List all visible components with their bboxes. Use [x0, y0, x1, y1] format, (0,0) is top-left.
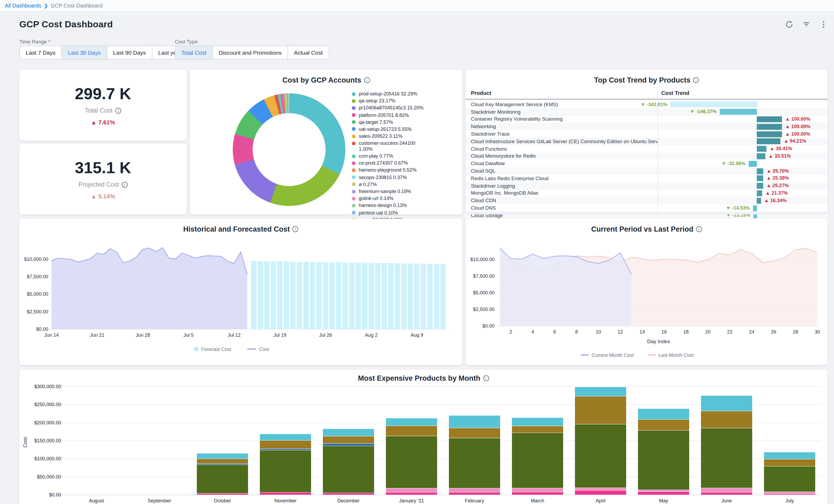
trend-percent: ▲ 16.34% [764, 198, 787, 203]
product-name: Cloud Dataflow [465, 161, 658, 167]
svg-text:Cost: Cost [22, 437, 28, 448]
svg-text:$100,000.00: $100,000.00 [34, 456, 61, 461]
product-name: MongoDB Inc. MongoDB Atlas [465, 191, 658, 196]
svg-text:May: May [659, 498, 668, 503]
svg-text:$2,500.00: $2,500.00 [27, 309, 48, 314]
stacked-chart-title: Most Expensive Products by Month i [19, 369, 828, 384]
svg-text:28: 28 [793, 329, 798, 334]
time-range-option-last-90-days[interactable]: Last 90 Days [107, 46, 153, 59]
trend-bar [757, 131, 782, 137]
header-actions [785, 20, 828, 28]
filter-icon[interactable] [803, 20, 810, 28]
svg-text:14: 14 [640, 329, 645, 334]
trend-percent: ▼ -146.37% [690, 109, 717, 114]
time-range-button-group: Last 7 DaysLast 30 DaysLast 90 DaysLast … [19, 46, 188, 60]
product-name: Cloud CDN [465, 198, 658, 203]
breadcrumb-link-all-dashboards[interactable]: All Dashboards [5, 3, 41, 8]
cost-type-option-actual-cost[interactable]: Actual Cost [288, 46, 329, 59]
legend-item-sales-209522[interactable]: sales-209522 3.11% [352, 133, 457, 139]
info-icon[interactable]: i [483, 375, 489, 381]
legend-item-secops-239815[interactable]: secops-239815 0.37% [352, 175, 457, 180]
legend-dot [352, 113, 356, 117]
column-header-product: Product [465, 90, 658, 98]
legend-item-platform-205701[interactable]: platform-205701 8.82% [352, 112, 457, 118]
info-icon[interactable]: i [693, 77, 699, 83]
svg-text:Jul 19: Jul 19 [273, 332, 286, 338]
legend-item-ce-prod-274307[interactable]: ce-prod-274307 0.67% [352, 160, 457, 166]
legend-dot [352, 204, 356, 207]
historical-forecast-chart[interactable]: $0.00$2,500.00$5,000.00$7,500.00$10,000.… [19, 234, 458, 360]
legend-item-harness-design[interactable]: harness-design 0.13% [352, 203, 457, 209]
total-cost-card: 299.7 K Total Cost i ▲ 7.61% [19, 70, 186, 140]
donut-hole [253, 113, 326, 186]
svg-text:February: February [465, 498, 484, 503]
time-range-option-last-7-days[interactable]: Last 7 Days [20, 46, 62, 59]
legend-dot [352, 154, 356, 158]
trend-percent: ▼ -32.06% [721, 161, 746, 166]
svg-text:$50,000.00: $50,000.00 [37, 474, 61, 480]
donut-chart[interactable] [233, 93, 345, 206]
svg-text:$0.00: $0.00 [482, 323, 495, 329]
legend-item-[interactable]: ø 0.27% [352, 182, 457, 188]
svg-text:Jun 28: Jun 28 [136, 332, 150, 338]
legend-item-ccm-play[interactable]: ccm-play 0.77% [352, 153, 457, 159]
legend-dot [352, 92, 356, 96]
trend-table-body: Cloud Key Management Service (KMS)▼ -342… [465, 101, 828, 219]
svg-text:2: 2 [509, 329, 512, 334]
svg-text:Jul 5: Jul 5 [183, 332, 194, 338]
legend-item-pentest-uat[interactable]: pentest-uat 0.10% [352, 210, 457, 216]
legend-item-pr10406a87045145c3[interactable]: pr10406a87045145c3 15.20% [352, 105, 457, 111]
legend-item-prod-setup-205416[interactable]: prod-setup-205416 32.29% [352, 91, 457, 97]
svg-text:$0.00: $0.00 [36, 327, 48, 332]
table-row-cloud-infrastructure-services-gitlab-ser: Cloud Infrastructure Services GitLab Ser… [465, 138, 828, 145]
svg-text:$10,000.00: $10,000.00 [24, 257, 48, 262]
trend-table-scrollbar[interactable] [465, 212, 828, 215]
table-row-container-registry-vulnerability-scannin: Container Registry Vulnerability Scannin… [465, 115, 828, 123]
most-expensive-products-chart[interactable]: $0.00$50,000.00$100,000.00$150,000.00$20… [19, 384, 828, 504]
refresh-icon[interactable] [785, 20, 793, 28]
trend-table-header: Product Cost Trend [465, 90, 828, 100]
info-icon[interactable]: i [122, 181, 127, 188]
cost-type-option-total-cost[interactable]: Total Cost [175, 46, 213, 59]
legend-dot [352, 182, 356, 186]
period-comparison-card: Current Period vs Last Period i $0.00$2,… [465, 219, 828, 365]
cost-type-option-discount-and-promotions[interactable]: Discount and Promotions [213, 46, 288, 59]
legend-item-freemium-sample[interactable]: freemium-sample 0.19% [352, 189, 457, 194]
svg-text:Jul 12: Jul 12 [228, 332, 241, 338]
svg-text:Last Month Cost: Last Month Cost [659, 353, 694, 358]
info-icon[interactable]: i [292, 226, 299, 232]
legend-item-qa-setup[interactable]: qa-setup 23.17% [352, 98, 457, 104]
legend-item-qa-target[interactable]: qa-target 7.57% [352, 119, 457, 125]
legend-item-uat-setup-261723[interactable]: uat-setup-261723 5.55% [352, 127, 457, 132]
legend-item-harness-playground[interactable]: harness-playground 0.52% [352, 168, 457, 173]
product-name: Cloud Functions [465, 146, 658, 151]
legend-dot [352, 134, 356, 138]
historical-chart-title: Historical and Forecasted Cost i [19, 219, 462, 234]
page-title: GCP Cost Dashboard [19, 19, 113, 30]
legend-dot [352, 127, 356, 131]
kebab-menu-icon[interactable] [819, 20, 828, 28]
cost-trend-cell: ▲ 16.34% [658, 197, 828, 204]
trend-bar [757, 176, 763, 181]
table-row-cloud-dns: Cloud DNS▼ -14.53% [465, 204, 828, 212]
time-range-label: Time Range * [19, 39, 50, 44]
period-comparison-chart[interactable]: $0.00$2,500.00$5,000.00$7,500.00$10,000.… [465, 234, 823, 360]
donut-chart-title: Cost by GCP Accounts i [190, 70, 462, 85]
trend-bar [753, 205, 757, 211]
trend-bar [757, 138, 781, 145]
info-icon[interactable]: i [115, 108, 121, 113]
trend-percent: ▲ 25.27% [766, 183, 789, 189]
cost-by-gcp-accounts-card: Cost by GCP Accounts i prod-setup-205416… [190, 70, 462, 215]
time-range-option-last-30-days[interactable]: Last 30 Days [62, 46, 107, 59]
legend-item-customer-success-244100[interactable]: customer-success-244100 1.00% [352, 141, 457, 152]
legend-dot [352, 211, 356, 215]
svg-text:Forecast Cost: Forecast Cost [201, 347, 231, 352]
svg-text:November: November [275, 498, 297, 503]
product-name: Cloud SQL [465, 168, 658, 174]
info-icon[interactable]: i [696, 226, 702, 232]
trend-percent: ▲ 25.70% [766, 168, 789, 173]
svg-text:July: July [785, 498, 794, 503]
info-icon[interactable]: i [364, 77, 370, 83]
legend-dot [352, 175, 356, 179]
legend-item-golink-url[interactable]: golink-url 0.14% [352, 196, 457, 201]
